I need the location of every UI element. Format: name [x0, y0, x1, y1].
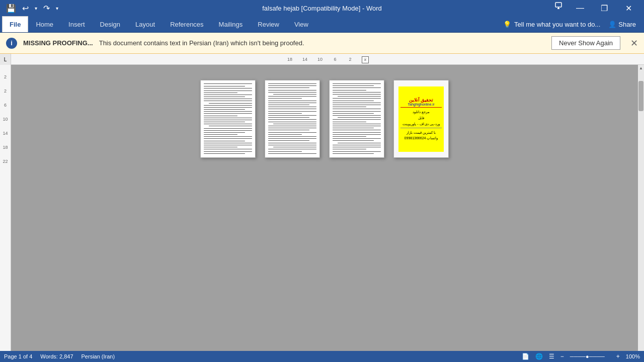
v-ruler-14: 14: [0, 126, 11, 140]
advertisement: تحقیق آنلاین Tahghighonline.ir مرجع دانل…: [398, 86, 444, 152]
svg-rect-0: [555, 3, 561, 7]
page-3-content: [330, 80, 384, 157]
close-button[interactable]: ✕: [617, 0, 640, 16]
ribbon-right: 💡 Tell me what you want to do... 👤 Share: [499, 17, 644, 32]
title-bar: 💾 ↩ ▾ ↷ ▾ falsafe hejab [Compatibility M…: [0, 0, 644, 16]
tab-design[interactable]: Design: [93, 16, 128, 32]
zoom-slider[interactable]: ────●────: [570, 353, 610, 359]
word-count: Words: 2,847: [40, 353, 73, 359]
tab-view[interactable]: View: [287, 16, 316, 32]
page-4-ad-content: تحقیق آنلاین Tahghighonline.ir مرجع دانل…: [394, 80, 448, 157]
ruler-row: L 18 14 10 6 2 2 ×: [0, 54, 644, 65]
minimize-button[interactable]: —: [569, 0, 592, 16]
v-ruler-10: 10: [0, 112, 11, 126]
v-ruler-2b: 2: [0, 84, 11, 98]
ad-body-1: مرجع دانلود: [413, 110, 430, 115]
ad-phone: واتساپ 09981366624: [405, 136, 438, 140]
window-controls: — ❐ ✕: [551, 0, 640, 16]
page-thumbnail-1[interactable]: [200, 80, 256, 158]
share-button[interactable]: 👤 Share: [604, 19, 640, 30]
tab-review[interactable]: Review: [250, 16, 287, 32]
ribbon: File Home Insert Design Layout Reference…: [0, 16, 644, 33]
ruler-num-6: 6: [328, 57, 343, 62]
ad-body-3: ورد-پی دی اف - پاورپوینت: [403, 122, 439, 127]
tab-layout[interactable]: Layout: [128, 16, 163, 32]
zoom-level: 100%: [626, 353, 640, 359]
view-print-icon[interactable]: 📄: [522, 353, 529, 360]
ad-body-2: فایل: [418, 116, 424, 121]
tab-insert[interactable]: Insert: [61, 16, 93, 32]
lightbulb-icon: 💡: [503, 21, 511, 28]
ribbon-tabs: File Home Insert Design Layout Reference…: [0, 16, 318, 32]
notification-title: MISSING PROOFING...: [23, 39, 93, 47]
vertical-ruler: 2 2 6 10 14 18 22: [0, 65, 11, 356]
notification-text: This document contains text in Persian (…: [99, 39, 545, 47]
restore-button[interactable]: ❐: [593, 0, 616, 16]
customize-qat-icon[interactable]: ▾: [54, 5, 60, 12]
v-ruler-18: 18: [0, 140, 11, 154]
document-area: تحقیق آنلاین Tahghighonline.ir مرجع دانل…: [11, 65, 638, 356]
redo-icon[interactable]: ↷: [41, 3, 52, 14]
ruler-num-2b: 2 ×: [358, 57, 373, 62]
tab-references[interactable]: References: [163, 16, 211, 32]
undo-icon[interactable]: ↩: [20, 3, 31, 14]
view-outline-icon[interactable]: ☰: [549, 353, 554, 360]
view-web-icon[interactable]: 🌐: [535, 353, 543, 360]
quick-access-toolbar: 💾 ↩ ▾ ↷ ▾: [4, 3, 60, 14]
tab-file[interactable]: File: [2, 16, 28, 32]
v-ruler-22: 22: [0, 154, 11, 168]
page-2-content: [265, 80, 319, 157]
page-count: Page 1 of 4: [4, 353, 32, 359]
scroll-up-button[interactable]: ▲: [638, 65, 644, 71]
ad-body-4: با کمترین قیمت بازار: [407, 130, 436, 135]
main-area: 2 2 6 10 14 18 22: [0, 65, 644, 356]
tell-me-text: Tell me what you want to do...: [514, 21, 600, 28]
ruler-num-14: 14: [297, 57, 312, 62]
status-right: 📄 🌐 ☰ − ────●──── + 100%: [522, 353, 640, 360]
ruler-marker: ×: [362, 56, 369, 63]
language: Persian (Iran): [82, 353, 115, 359]
ruler-numbers: 18 14 10 6 2 2 ×: [11, 57, 644, 62]
ruler-num-18: 18: [282, 57, 297, 62]
vertical-scrollbar[interactable]: ▲ ▼: [638, 65, 644, 356]
scrollbar-track: [638, 71, 644, 350]
ruler-num-10: 10: [312, 57, 328, 62]
v-ruler-2a: 2: [0, 70, 11, 84]
ad-site: Tahghighonline.ir: [408, 103, 435, 106]
undo-dropdown-icon[interactable]: ▾: [33, 5, 39, 12]
info-icon: i: [6, 38, 17, 49]
save-icon[interactable]: 💾: [4, 3, 18, 14]
never-show-button[interactable]: Never Show Again: [551, 36, 620, 50]
page-1-content: [201, 80, 255, 157]
ruler-num-2a: 2: [343, 57, 358, 62]
ad-title: تحقیق آنلاین: [409, 98, 434, 103]
pages-row: تحقیق آنلاین Tahghighonline.ir مرجع دانل…: [200, 80, 449, 158]
v-ruler-6: 6: [0, 98, 11, 112]
page-thumbnail-2[interactable]: [265, 80, 320, 158]
tell-me-box[interactable]: 💡 Tell me what you want to do...: [503, 21, 600, 28]
status-bar: Page 1 of 4 Words: 2,847 Persian (Iran) …: [0, 351, 644, 362]
notification-close-icon[interactable]: ✕: [630, 38, 638, 49]
page-thumbnail-3[interactable]: [329, 80, 384, 158]
svg-rect-2: [558, 7, 559, 9]
notification-bar: i MISSING PROOFING... This document cont…: [0, 33, 644, 54]
tab-mailings[interactable]: Mailings: [211, 16, 251, 32]
zoom-in-button[interactable]: +: [616, 353, 620, 360]
tab-home[interactable]: Home: [28, 16, 61, 32]
zoom-out-button[interactable]: −: [560, 353, 564, 360]
person-icon: 👤: [608, 21, 616, 28]
horizontal-ruler: 18 14 10 6 2 2 ×: [11, 54, 644, 64]
scrollbar-thumb[interactable]: [638, 81, 643, 111]
help-icon[interactable]: [551, 0, 566, 11]
ruler-corner[interactable]: L: [0, 54, 11, 65]
window-title: falsafe hejab [Compatibility Mode] - Wor…: [262, 5, 381, 12]
page-thumbnail-4[interactable]: تحقیق آنلاین Tahghighonline.ir مرجع دانل…: [393, 80, 449, 158]
